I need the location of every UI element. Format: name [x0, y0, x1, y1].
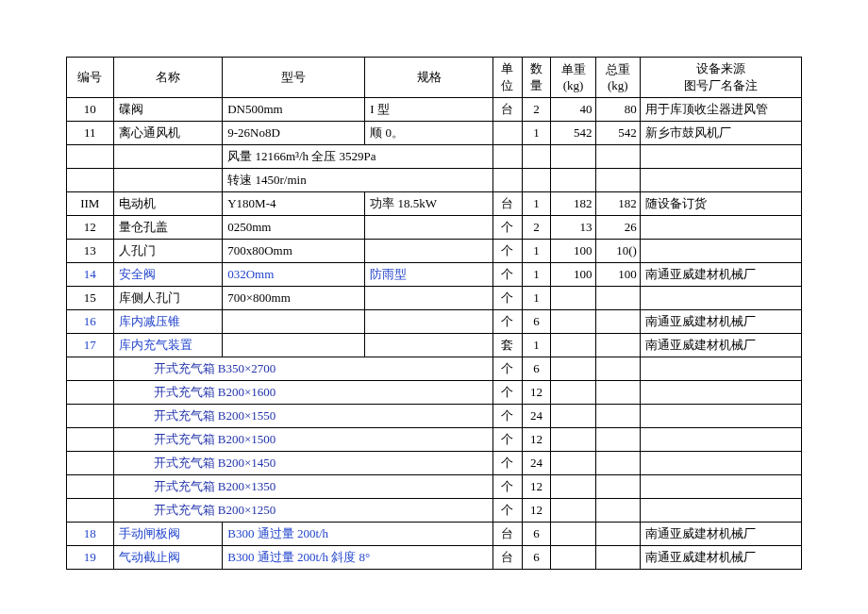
table-row: 10碟阀DN500mmI 型台24080用于库顶收尘器进风管 [67, 98, 802, 122]
cell: 开式充气箱 B200×1500 [113, 428, 492, 452]
cell [67, 145, 114, 169]
header-uw: 单重(kg) [551, 58, 595, 98]
cell [640, 357, 801, 381]
cell: 随设备订货 [640, 192, 801, 216]
cell [595, 452, 640, 475]
cell [67, 357, 114, 381]
cell [595, 169, 640, 192]
cell [551, 546, 595, 570]
cell: 542 [551, 122, 595, 145]
cell: 南通亚威建材机械厂 [640, 546, 801, 570]
cell: 14 [67, 263, 114, 287]
cell: 南通亚威建材机械厂 [640, 263, 801, 287]
cell [595, 499, 640, 523]
cell [551, 169, 595, 192]
cell [522, 169, 551, 192]
cell: 80 [595, 98, 640, 122]
cell [493, 122, 523, 145]
header-name: 名称 [113, 58, 223, 98]
cell [67, 475, 114, 499]
equipment-table: 编号 名称 型号 规格 单位 数量 单重(kg) 总重(kg) 设备来源图号厂名… [66, 57, 802, 570]
cell: 个 [493, 240, 523, 263]
cell [595, 381, 640, 405]
table-row: 开式充气箱 B200×1500个12 [67, 428, 802, 452]
cell [640, 240, 801, 263]
cell: 南通亚威建材机械厂 [640, 523, 801, 546]
cell: 个 [493, 452, 523, 475]
table-row: 19气动截止阀B300 通过量 200t/h 斜度 8°台6南通亚威建材机械厂 [67, 546, 802, 570]
cell [365, 240, 493, 263]
table-row: 18手动闸板阀B300 通过量 200t/h台6南通亚威建材机械厂 [67, 523, 802, 546]
cell: 10 [67, 98, 114, 122]
cell: B300 通过量 200t/h 斜度 8° [223, 546, 493, 570]
cell: 182 [595, 192, 640, 216]
cell: 台 [493, 546, 523, 570]
cell: 新乡市鼓风机厂 [640, 122, 801, 145]
header-spec: 规格 [365, 58, 493, 98]
table-row: 12量仓孔盖0250mm个21326 [67, 216, 802, 240]
cell [640, 428, 801, 452]
cell: 12 [522, 499, 551, 523]
cell [595, 523, 640, 546]
cell: 700×800mm [223, 287, 365, 310]
cell [551, 428, 595, 452]
cell: 南通亚威建材机械厂 [640, 334, 801, 357]
cell: 6 [522, 310, 551, 334]
table-header: 编号 名称 型号 规格 单位 数量 单重(kg) 总重(kg) 设备来源图号厂名… [67, 58, 802, 98]
cell [640, 475, 801, 499]
cell: 个 [493, 428, 523, 452]
cell [67, 169, 114, 192]
cell [67, 405, 114, 428]
header-unit: 单位 [493, 58, 523, 98]
cell: 100 [551, 263, 595, 287]
cell: 个 [493, 381, 523, 405]
table-row: IIM电动机Y180M-4功率 18.5kW台1182182随设备订货 [67, 192, 802, 216]
cell [67, 499, 114, 523]
cell: 台 [493, 98, 523, 122]
header-tw: 总重(kg) [595, 58, 640, 98]
cell: 700x80Omm [223, 240, 365, 263]
cell [551, 405, 595, 428]
cell [365, 287, 493, 310]
cell [595, 405, 640, 428]
table-body: 10碟阀DN500mmI 型台24080用于库顶收尘器进风管11离心通风机9-2… [67, 98, 802, 570]
cell [551, 499, 595, 523]
cell: 个 [493, 475, 523, 499]
cell [67, 428, 114, 452]
cell: 个 [493, 287, 523, 310]
cell: 100 [595, 263, 640, 287]
cell: 12 [67, 216, 114, 240]
cell [551, 145, 595, 169]
cell [595, 334, 640, 357]
header-model: 型号 [223, 58, 365, 98]
cell [365, 334, 493, 357]
table-row: 13人孔门700x80Omm个110010() [67, 240, 802, 263]
cell: 人孔门 [113, 240, 223, 263]
cell: 个 [493, 310, 523, 334]
cell: 库内充气装置 [113, 334, 223, 357]
cell [551, 452, 595, 475]
cell: 13 [551, 216, 595, 240]
header-id: 编号 [67, 58, 114, 98]
cell [551, 523, 595, 546]
cell: 1 [522, 287, 551, 310]
cell [595, 287, 640, 310]
cell: 开式充气箱 B200×1350 [113, 475, 492, 499]
cell: 10() [595, 240, 640, 263]
cell: 17 [67, 334, 114, 357]
cell: 24 [522, 452, 551, 475]
cell: 台 [493, 523, 523, 546]
cell: 库侧人孔门 [113, 287, 223, 310]
cell [223, 310, 365, 334]
cell: 手动闸板阀 [113, 523, 223, 546]
cell: 12 [522, 475, 551, 499]
cell: 转速 1450r/min [223, 169, 493, 192]
table-row: 开式充气箱 B350×2700个6 [67, 357, 802, 381]
cell [640, 499, 801, 523]
table-row: 开式充气箱 B200×1450个24 [67, 452, 802, 475]
cell: 1 [522, 192, 551, 216]
cell: 18 [67, 523, 114, 546]
cell [640, 381, 801, 405]
cell: 开式充气箱 B200×1600 [113, 381, 492, 405]
table-row: 风量 12166m³/h 全压 3529Pa [67, 145, 802, 169]
